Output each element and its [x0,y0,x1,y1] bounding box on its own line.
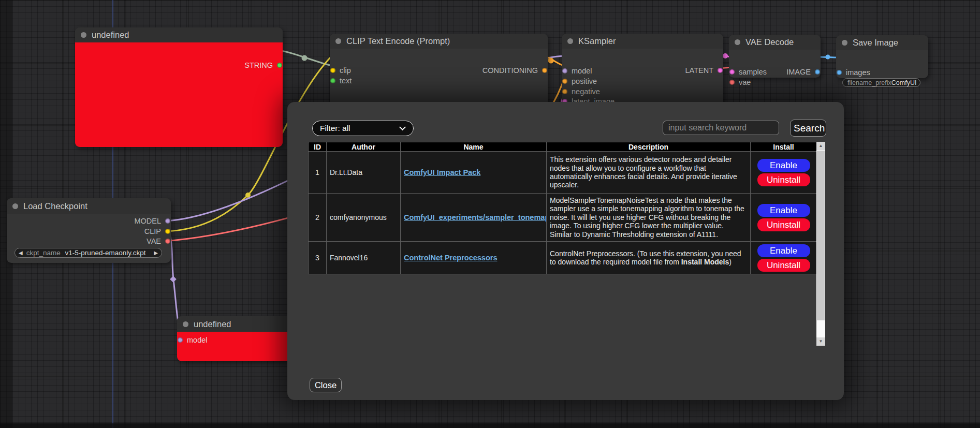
port-model-icon[interactable] [562,68,567,73]
link-midpoint-dot [826,55,830,60]
extension-description: This extension offers various detector n… [547,152,751,194]
node-collapse-dot-icon[interactable] [842,40,847,46]
node-header[interactable]: VAE Decode [729,35,821,50]
output-slot-vae: VAE [147,237,170,246]
node-title: VAE Decode [745,37,794,47]
increment-arrow-icon[interactable]: ▶ [150,250,162,256]
node-body: clip text CONDITIONING [330,49,548,108]
port-string-icon[interactable] [277,63,282,68]
port-vae-icon[interactable] [729,80,735,85]
widget-value: ComfyUI [891,79,917,86]
input-slot-text: text [330,76,352,85]
output-slot-string: STRING [244,61,282,70]
input-slot-samples: samples [729,67,767,77]
extension-description: ControlNet Preprocessors. (To use this e… [547,242,751,274]
table-row: 1 Dr.Lt.Data ComfyUI Impact Pack This ex… [309,152,817,194]
widget-label: ckpt_name [26,249,61,257]
input-slot-model: model [178,335,208,345]
node-header[interactable]: undefined [75,27,283,42]
port-latent-icon[interactable] [718,68,723,73]
extension-name-link[interactable]: ControlNet Preprocessors [404,254,498,262]
custom-nodes-manager-dialog: Filter: all Search ID Author Name Descri… [287,102,844,400]
table-row: 3 Fannovel16 ControlNet Preprocessors Co… [309,242,817,274]
node-save-image[interactable]: Save Image images filename_prefix ComfyU… [836,35,928,78]
table-scrollbar[interactable]: ▲ ▼ [816,142,825,346]
link-midpoint-dot [548,58,554,64]
search-button[interactable]: Search [790,120,826,137]
port-image-icon[interactable] [837,70,842,75]
node-title: KSampler [578,36,616,46]
extension-name-link[interactable]: ComfyUI Impact Pack [404,168,480,176]
widget-label: filename_prefix [847,79,891,86]
node-collapse-dot-icon[interactable] [735,39,740,45]
uninstall-button[interactable]: Uninstall [757,218,810,231]
enable-button[interactable]: Enable [757,204,810,217]
node-collapse-dot-icon[interactable] [12,203,18,209]
node-collapse-dot-icon[interactable] [567,38,573,44]
port-text-icon[interactable] [330,78,335,83]
node-title: Load Checkpoint [23,201,87,211]
input-slot-negative: negative [562,87,600,96]
filename-prefix-widget[interactable]: filename_prefix ComfyUI [842,78,920,87]
col-header-id: ID [309,142,327,152]
node-collapse-dot-icon[interactable] [183,321,188,327]
node-body: model positive negative latent_image LAT… [562,49,723,107]
node-title: undefined [194,319,231,329]
enable-button[interactable]: Enable [757,244,810,257]
port-vae-icon[interactable] [165,239,170,244]
input-slot-vae: vae [729,78,751,87]
node-clip-text-encode[interactable]: CLIP Text Encode (Prompt) clip text COND… [330,34,548,108]
node-undefined-bottom[interactable]: undefined model [177,316,295,361]
extension-name-link[interactable]: ComfyUI_experiments/sampler_tonemap [404,213,547,222]
table-header-row: ID Author Name Description Install [309,142,817,152]
output-slot-model: MODEL [134,216,170,226]
node-header[interactable]: undefined [177,316,295,332]
close-button[interactable]: Close [310,378,342,392]
port-clip-icon[interactable] [165,229,170,234]
port-latent-icon[interactable] [729,69,735,75]
port-conditioning-icon[interactable] [542,68,547,73]
node-undefined-top[interactable]: undefined STRING [75,27,283,147]
port-conditioning-icon[interactable] [562,79,567,84]
node-header[interactable]: KSampler [562,34,723,49]
port-model-icon[interactable] [165,218,170,224]
port-conditioning-icon[interactable] [562,89,567,94]
node-collapse-dot-icon[interactable] [81,32,86,38]
node-body: images filename_prefix ComfyUI [836,50,928,78]
port-clip-icon[interactable] [330,68,335,73]
chevron-down-icon [399,124,406,130]
table-row: 2 comfyanonymous ComfyUI_experiments/sam… [309,194,817,242]
node-body: MODEL CLIP VAE ◀ ckpt_name v1-5-pruned-e… [7,214,171,263]
link-midpoint-dot [302,55,308,61]
node-vae-decode[interactable]: VAE Decode samples vae IMAGE [729,35,821,78]
col-header-install: Install [751,142,817,152]
filter-select[interactable]: Filter: all [312,121,414,136]
link-midpoint-dot [723,53,728,58]
output-slot-latent: LATENT [685,66,723,75]
port-model-icon[interactable] [178,337,183,343]
link-midpoint-dot [245,193,251,198]
port-image-icon[interactable] [815,69,820,75]
node-load-checkpoint[interactable]: Load Checkpoint MODEL CLIP VAE ◀ ckpt_na… [7,198,171,263]
node-ksampler[interactable]: KSampler model positive negative latent_… [562,34,723,107]
node-collapse-dot-icon[interactable] [335,38,341,44]
node-title: Save Image [853,38,898,48]
uninstall-button[interactable]: Uninstall [757,173,810,186]
search-input[interactable] [663,121,779,135]
widget-value: v1-5-pruned-emaonly.ckpt [65,249,146,257]
scrollbar-thumb[interactable] [817,151,825,320]
node-header[interactable]: Save Image [836,35,928,50]
filter-select-label: Filter: all [320,124,350,133]
enable-button[interactable]: Enable [757,159,810,172]
node-header[interactable]: CLIP Text Encode (Prompt) [330,34,548,49]
output-slot-image: IMAGE [786,67,820,77]
node-title: CLIP Text Encode (Prompt) [346,36,450,46]
scroll-down-arrow-icon[interactable]: ▼ [816,337,825,346]
node-body: STRING [75,42,283,147]
uninstall-button[interactable]: Uninstall [757,259,810,272]
node-header[interactable]: Load Checkpoint [7,198,171,214]
input-slot-images: images [837,68,870,77]
ckpt-name-widget[interactable]: ◀ ckpt_name v1-5-pruned-emaonly.ckpt ▶ [14,248,162,258]
scroll-up-arrow-icon[interactable]: ▲ [816,142,825,150]
decrement-arrow-icon[interactable]: ◀ [15,250,26,256]
